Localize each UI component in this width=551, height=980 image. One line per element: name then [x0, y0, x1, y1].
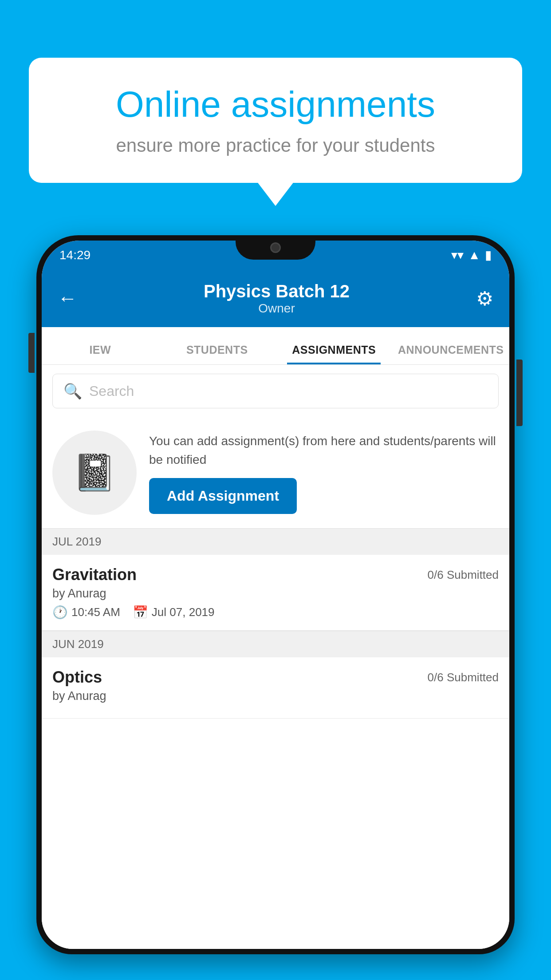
assignment-by-optics: by Anurag — [52, 689, 499, 703]
assignment-promo: 📓 You can add assignment(s) from here an… — [42, 417, 509, 528]
promo-icon-circle: 📓 — [52, 431, 137, 515]
assignment-submitted: 0/6 Submitted — [428, 568, 499, 582]
assignment-name-optics: Optics — [52, 668, 102, 687]
header-title-container: Physics Batch 12 Owner — [77, 281, 476, 316]
battery-icon: ▮ — [485, 248, 492, 262]
promo-text-container: You can add assignment(s) from here and … — [149, 432, 499, 514]
wifi-icon: ▾▾ — [451, 248, 464, 262]
search-placeholder: Search — [89, 383, 134, 399]
tab-iew[interactable]: IEW — [42, 344, 159, 364]
assignment-name: Gravitation — [52, 565, 137, 584]
search-icon: 🔍 — [63, 382, 82, 400]
tab-announcements[interactable]: ANNOUNCEMENTS — [393, 344, 510, 364]
assignment-by: by Anurag — [52, 587, 499, 601]
assignment-item-optics[interactable]: Optics 0/6 Submitted by Anurag — [42, 657, 509, 719]
notebook-icon: 📓 — [72, 452, 117, 494]
settings-icon[interactable]: ⚙ — [476, 287, 493, 310]
assignment-row1-optics: Optics 0/6 Submitted — [52, 668, 499, 687]
content-area: 🔍 Search 📓 You can add assignment(s) fro… — [42, 365, 509, 949]
add-assignment-button[interactable]: Add Assignment — [149, 478, 297, 514]
assignment-submitted-optics: 0/6 Submitted — [428, 671, 499, 684]
search-bar[interactable]: 🔍 Search — [52, 374, 499, 408]
search-container: 🔍 Search — [42, 365, 509, 417]
phone-container: 14:29 ▾▾ ▲ ▮ ← Physics Batch 12 Owner ⚙ — [36, 235, 515, 980]
tab-students[interactable]: STUDENTS — [159, 344, 276, 364]
assignment-time: 🕐 10:45 AM — [52, 605, 120, 620]
status-time: 14:29 — [59, 248, 91, 262]
assignment-date: 📅 Jul 07, 2019 — [133, 605, 215, 620]
assignment-item-gravitation[interactable]: Gravitation 0/6 Submitted by Anurag 🕐 10… — [42, 555, 509, 631]
camera — [270, 242, 281, 253]
phone-frame: 14:29 ▾▾ ▲ ▮ ← Physics Batch 12 Owner ⚙ — [36, 235, 515, 954]
speech-bubble: Online assignments ensure more practice … — [29, 58, 522, 183]
tab-assignments[interactable]: ASSIGNMENTS — [276, 344, 393, 364]
assignment-row1: Gravitation 0/6 Submitted — [52, 565, 499, 584]
tabs-bar: IEW STUDENTS ASSIGNMENTS ANNOUNCEMENTS — [42, 327, 509, 365]
owner-label: Owner — [77, 301, 476, 316]
section-header-jun: JUN 2019 — [42, 631, 509, 657]
status-icons: ▾▾ ▲ ▮ — [451, 248, 492, 262]
speech-bubble-container: Online assignments ensure more practice … — [29, 58, 522, 183]
signal-icon: ▲ — [468, 248, 480, 262]
clock-icon: 🕐 — [52, 605, 68, 620]
promo-description: You can add assignment(s) from here and … — [149, 432, 499, 469]
section-header-jul: JUL 2019 — [42, 528, 509, 555]
app-header: ← Physics Batch 12 Owner ⚙ — [42, 269, 509, 327]
speech-bubble-title: Online assignments — [60, 84, 491, 124]
phone-screen: 14:29 ▾▾ ▲ ▮ ← Physics Batch 12 Owner ⚙ — [42, 241, 509, 949]
calendar-icon: 📅 — [133, 605, 148, 620]
back-button[interactable]: ← — [58, 287, 77, 309]
speech-bubble-subtitle: ensure more practice for your students — [60, 135, 491, 156]
assignment-meta: 🕐 10:45 AM 📅 Jul 07, 2019 — [52, 605, 499, 620]
batch-title: Physics Batch 12 — [77, 281, 476, 301]
notch — [236, 235, 315, 260]
